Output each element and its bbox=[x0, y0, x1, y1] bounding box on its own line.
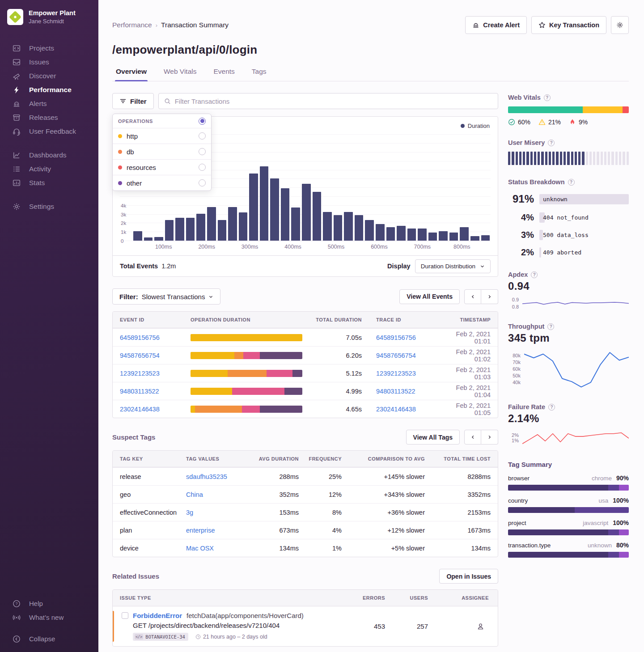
trace-id-link[interactable]: 94587656754 bbox=[376, 352, 447, 359]
resources-radio[interactable] bbox=[199, 164, 206, 171]
sidebar-collapse-button[interactable]: Collapse bbox=[0, 632, 98, 646]
total-duration: 6.20s bbox=[309, 352, 362, 359]
next-page-button[interactable] bbox=[481, 289, 498, 304]
siren-icon bbox=[472, 21, 479, 29]
issue-age: 21 hours ago – 2 days old bbox=[195, 634, 267, 640]
sidebar-item-activity[interactable]: Activity bbox=[0, 162, 98, 176]
issue-checkbox[interactable] bbox=[122, 612, 128, 619]
tag-summary-value: chrome bbox=[592, 475, 612, 482]
sidebar-footer: ? Help What’s new Collapse bbox=[0, 597, 98, 646]
tab-events[interactable]: Events bbox=[212, 68, 235, 81]
event-id-link[interactable]: 94587656754 bbox=[120, 352, 191, 359]
sidebar-item-performance[interactable]: Performance bbox=[0, 83, 98, 97]
tag-value-link[interactable]: sdaufhu35235 bbox=[186, 473, 249, 480]
tag-summary-bar[interactable] bbox=[508, 507, 629, 513]
tag-value-link[interactable]: Mac OSX bbox=[186, 545, 249, 552]
transaction-settings-button[interactable] bbox=[611, 16, 629, 34]
question-icon[interactable]: ? bbox=[568, 179, 575, 186]
suspect-tags-table: Tag Key Tag Values Avg Duration Frequenc… bbox=[112, 450, 498, 557]
tab-tags[interactable]: Tags bbox=[251, 68, 267, 81]
event-id-link[interactable]: 23024146438 bbox=[120, 406, 191, 413]
operations-dropdown-header[interactable]: OPERATIONS bbox=[113, 114, 211, 128]
previous-page-button[interactable] bbox=[464, 289, 481, 304]
question-icon[interactable]: ? bbox=[547, 323, 554, 330]
next-page-button[interactable] bbox=[481, 430, 498, 445]
sidebar-item-projects[interactable]: Projects bbox=[0, 41, 98, 55]
org-switcher[interactable]: Empower Plant Jane Schmidt bbox=[0, 6, 98, 25]
duration-legend-label: Duration bbox=[468, 123, 490, 129]
tag-summary-bar[interactable] bbox=[508, 529, 629, 535]
tag-summary-bar[interactable] bbox=[508, 485, 629, 491]
trace-id-link[interactable]: 64589156756 bbox=[376, 334, 447, 341]
sidebar-item-discover[interactable]: Discover bbox=[0, 69, 98, 83]
other-radio[interactable] bbox=[199, 179, 206, 186]
sidebar-item-releases[interactable]: Releases bbox=[0, 110, 98, 124]
question-icon[interactable]: ? bbox=[548, 404, 555, 411]
tag-value-link[interactable]: 3g bbox=[186, 509, 249, 516]
status-bar[interactable]: 409 aborted bbox=[539, 247, 629, 258]
assignee-person-icon[interactable] bbox=[477, 622, 484, 630]
question-icon[interactable]: ? bbox=[548, 140, 555, 146]
status-bar[interactable]: unknown bbox=[539, 194, 629, 204]
failure-rate-section: Failure Rate? 2.14% 2% 1% bbox=[508, 403, 629, 447]
trace-id-link[interactable]: 12392123523 bbox=[376, 370, 447, 377]
question-icon[interactable]: ? bbox=[544, 94, 551, 101]
view-all-tags-button[interactable]: View All Tags bbox=[406, 430, 460, 445]
previous-page-button[interactable] bbox=[464, 430, 481, 445]
question-icon[interactable]: ? bbox=[531, 271, 538, 278]
web-vitals-meh: 21% bbox=[538, 119, 561, 126]
operation-option-db[interactable]: db bbox=[113, 144, 211, 159]
tab-web-vitals[interactable]: Web Vitals bbox=[163, 68, 198, 81]
transactions-filter-select[interactable]: Filter: Slowest Transactions bbox=[112, 288, 220, 305]
event-id-link[interactable]: 64589156756 bbox=[120, 334, 191, 341]
key-transaction-button[interactable]: Key Transaction bbox=[531, 16, 606, 34]
status-bar[interactable]: 404 not_found bbox=[539, 212, 629, 223]
display-select[interactable]: Duration Distribution bbox=[415, 259, 491, 273]
search-input[interactable] bbox=[175, 97, 492, 105]
operation-option-resources[interactable]: resources bbox=[113, 159, 211, 175]
operation-label: db bbox=[127, 148, 199, 156]
issue-age-text: 21 hours ago – 2 days old bbox=[203, 634, 267, 640]
suspect-tag-row: plan enterprise 673ms 4% +12% slower 167… bbox=[113, 521, 498, 539]
trace-id-link[interactable]: 94803113522 bbox=[376, 388, 447, 395]
sidebar-item-whats-new[interactable]: What’s new bbox=[0, 610, 98, 624]
http-radio[interactable] bbox=[199, 132, 206, 140]
tag-value-link[interactable]: enterprise bbox=[186, 527, 249, 534]
view-all-tags-label: View All Tags bbox=[413, 434, 453, 441]
warning-triangle-icon bbox=[538, 119, 546, 126]
column-header-timestamp: Timestamp bbox=[447, 317, 491, 322]
sidebar-item-help[interactable]: ? Help bbox=[0, 597, 98, 610]
web-vitals-section: Web Vitals? 60% 21% 9% bbox=[508, 94, 629, 126]
status-label: 500 data_loss bbox=[539, 232, 589, 238]
status-label: 404 not_found bbox=[539, 214, 589, 221]
operations-all-radio[interactable] bbox=[199, 118, 206, 125]
open-in-issues-button[interactable]: Open in Issues bbox=[439, 569, 498, 584]
event-id-link[interactable]: 12392123523 bbox=[120, 370, 191, 377]
column-header-users: Users bbox=[385, 595, 428, 601]
trace-id-link[interactable]: 23024146438 bbox=[376, 406, 447, 413]
filter-button[interactable]: Filter bbox=[112, 93, 154, 109]
other-color-dot bbox=[118, 181, 122, 185]
create-alert-button[interactable]: Create Alert bbox=[465, 16, 527, 34]
tab-overview[interactable]: Overview bbox=[115, 68, 148, 81]
sidebar-item-issues[interactable]: Issues bbox=[0, 55, 98, 69]
view-all-events-button[interactable]: View All Events bbox=[399, 289, 460, 304]
sidebar-item-settings[interactable]: Settings bbox=[0, 199, 98, 213]
sidebar-item-dashboards[interactable]: Dashboards bbox=[0, 148, 98, 162]
sidebar-item-user-feedback[interactable]: User Feedback bbox=[0, 124, 98, 138]
event-id-link[interactable]: 94803113522 bbox=[120, 388, 191, 395]
status-bar[interactable]: 500 data_loss bbox=[539, 230, 629, 240]
issue-type-link[interactable]: ForbiddenError bbox=[133, 612, 182, 619]
breadcrumb-performance[interactable]: Performance bbox=[112, 21, 152, 29]
tag-value-link[interactable]: China bbox=[186, 491, 249, 498]
operation-option-other[interactable]: other bbox=[113, 175, 211, 191]
sidebar-item-alerts[interactable]: Alerts bbox=[0, 97, 98, 110]
sidebar-item-stats[interactable]: Stats bbox=[0, 176, 98, 190]
tag-summary-bar[interactable] bbox=[508, 552, 629, 558]
db-radio[interactable] bbox=[199, 148, 206, 155]
project-badge[interactable]: </>BOTANAVOICE-34 bbox=[133, 633, 188, 641]
tag-summary-section: Tag Summary browser chrome 90% country u… bbox=[508, 461, 629, 558]
operation-option-http[interactable]: http bbox=[113, 128, 211, 144]
chevron-down-icon bbox=[208, 294, 213, 299]
throughput-title: Throughput bbox=[508, 323, 544, 330]
